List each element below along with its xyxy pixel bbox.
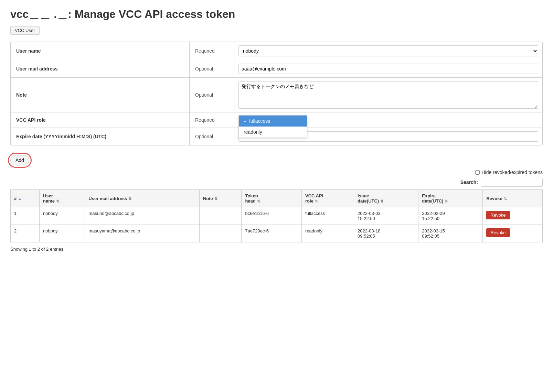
col-note[interactable]: Note bbox=[199, 190, 241, 207]
cell-email: masuno@abcabc.co.jp bbox=[85, 207, 200, 225]
cell-token-head: bc6e1b16-6 bbox=[242, 207, 302, 225]
search-label: Search: bbox=[460, 179, 478, 185]
add-button[interactable]: Add bbox=[10, 155, 29, 165]
revoke-button-2[interactable]: Revoke bbox=[486, 228, 510, 237]
label-expire: Expire date (YYYY/mm/dd H:M:S) (UTC) bbox=[11, 128, 190, 145]
note-textarea[interactable]: 発行するトークンのメモ書きなど bbox=[238, 81, 538, 109]
role-option-readonly[interactable]: readonly bbox=[239, 127, 307, 138]
label-note: Note bbox=[11, 78, 190, 112]
cell-expire-date: 2032-03-1509:52:05 bbox=[418, 225, 483, 242]
cell-vcc-api-role: readonly bbox=[302, 225, 354, 242]
add-btn-row: Add bbox=[10, 151, 543, 170]
col-email[interactable]: User mail address bbox=[85, 190, 200, 207]
table-header: # Username User mail address Note Tokenh… bbox=[11, 190, 543, 207]
cell-revoke: Revoke bbox=[483, 207, 543, 225]
search-row: Search: bbox=[10, 178, 543, 187]
cell-username: nobody bbox=[39, 225, 85, 242]
cell-issue-date: 2022-03-0315:22:50 bbox=[354, 207, 418, 225]
form-row-role: VCC API role Required fullaccess readonl… bbox=[11, 112, 542, 128]
hide-tokens-checkbox[interactable] bbox=[475, 170, 480, 175]
breadcrumb-button[interactable]: VCC User bbox=[10, 26, 40, 35]
col-num[interactable]: # bbox=[11, 190, 40, 207]
hide-tokens-label[interactable]: Hide revoked/expired tokens bbox=[475, 170, 543, 175]
role-option-fullaccess[interactable]: fullaccess bbox=[239, 116, 307, 127]
username-select[interactable]: nobody bbox=[238, 45, 538, 56]
hide-tokens-text: Hide revoked/expired tokens bbox=[482, 170, 543, 175]
cell-num: 1 bbox=[11, 207, 40, 225]
input-cell-username: nobody bbox=[234, 42, 542, 60]
cell-note bbox=[199, 225, 241, 242]
cell-username: nobody bbox=[39, 207, 85, 225]
req-email: Optional bbox=[190, 60, 234, 77]
role-dropdown-menu: fullaccess readonly bbox=[238, 115, 307, 138]
req-note: Optional bbox=[190, 78, 234, 112]
col-issue-date[interactable]: Issuedate(UTC) bbox=[354, 190, 418, 207]
input-cell-email bbox=[234, 60, 542, 77]
cell-revoke: Revoke bbox=[483, 225, 543, 242]
cell-note bbox=[199, 207, 241, 225]
col-username[interactable]: Username bbox=[39, 190, 85, 207]
label-role: VCC API role bbox=[11, 112, 190, 128]
page-title: vcc＿＿ .＿: Manage VCC API access token bbox=[10, 7, 543, 22]
input-cell-note: 発行するトークンのメモ書きなど bbox=[234, 78, 542, 112]
form-row-email: User mail address Optional bbox=[11, 60, 542, 78]
showing-text: Showing 1 to 2 of 2 entries bbox=[10, 247, 543, 252]
table-controls: Hide revoked/expired tokens bbox=[10, 170, 543, 175]
label-username: User name bbox=[11, 42, 190, 60]
cell-expire-date: 2032-02-2915:22:50 bbox=[418, 207, 483, 225]
form-section: User name Required nobody User mail addr… bbox=[10, 42, 543, 145]
table-body: 1nobodymasuno@abcabc.co.jpbc6e1b16-6full… bbox=[11, 207, 543, 242]
table-row: 1nobodymasuno@abcabc.co.jpbc6e1b16-6full… bbox=[11, 207, 543, 225]
form-row-username: User name Required nobody bbox=[11, 42, 542, 60]
cell-issue-date: 2022-03-1809:52:05 bbox=[354, 225, 418, 242]
table-row: 2nobodymasuyama@abcabc.co.jp7ae729ec-6re… bbox=[11, 225, 543, 242]
col-vcc-api-role[interactable]: VCC APIrole bbox=[302, 190, 354, 207]
revoke-button-1[interactable]: Revoke bbox=[486, 211, 510, 219]
col-expire-date[interactable]: Expiredate(UTC) bbox=[418, 190, 483, 207]
req-expire: Optional bbox=[190, 128, 234, 145]
req-username: Required bbox=[190, 42, 234, 60]
email-input[interactable] bbox=[238, 64, 538, 74]
col-revoke[interactable]: Revoke bbox=[483, 190, 543, 207]
cell-email: masuyama@abcabc.co.jp bbox=[85, 225, 200, 242]
label-email: User mail address bbox=[11, 60, 190, 77]
cell-num: 2 bbox=[11, 225, 40, 242]
cell-vcc-api-role: fullaccess bbox=[302, 207, 354, 225]
input-cell-role: fullaccess readonly bbox=[234, 112, 542, 128]
form-row-note: Note Optional 発行するトークンのメモ書きなど bbox=[11, 78, 542, 112]
req-role: Required bbox=[190, 112, 234, 128]
search-input[interactable] bbox=[481, 178, 543, 187]
data-table: # Username User mail address Note Tokenh… bbox=[10, 189, 543, 242]
col-token-head[interactable]: Tokenhead bbox=[242, 190, 302, 207]
cell-token-head: 7ae729ec-6 bbox=[242, 225, 302, 242]
